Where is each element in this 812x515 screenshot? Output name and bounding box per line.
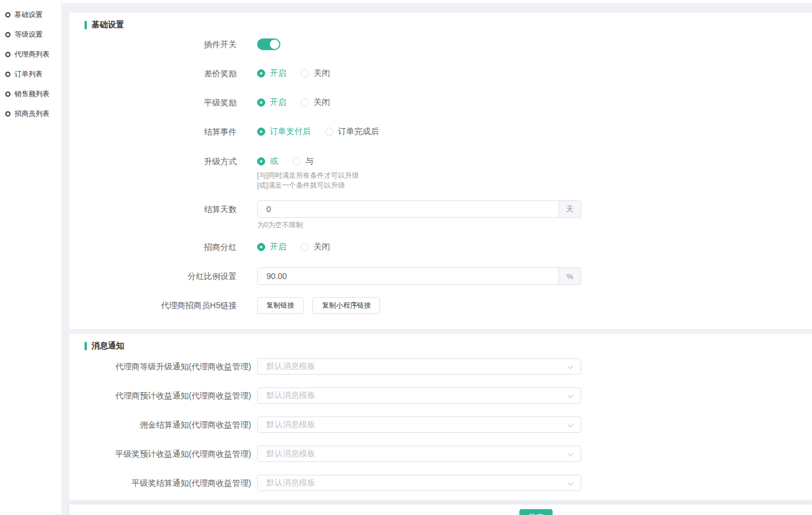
select-placeholder: 默认消息模板 [266,478,315,488]
circle-icon [5,32,10,37]
same-level-radio-group: 开启 关闭 [257,97,330,108]
price-diff-row: 差价奖励 开启 关闭 [69,68,812,79]
invest-dividend-off-radio[interactable]: 关闭 [301,242,330,252]
copy-link-button[interactable]: 复制链接 [257,297,304,314]
notify-section-title: 消息通知 [85,340,812,352]
sidebar-item-label: 代理商列表 [15,50,50,59]
footer-bar: 保存 [69,505,812,515]
notify-label: 代理商等级升级通知(代理商收益管理) [69,358,251,375]
sidebar-item-label: 基础设置 [15,10,43,20]
sidebar-item-basic-settings[interactable]: 基础设置 [0,5,61,24]
upgrade-mode-help-1: [与]同时满足所有条件才可以升级 [257,171,359,181]
same-level-off-radio[interactable]: 关闭 [301,97,330,108]
settle-days-label: 结算天数 [69,200,237,218]
invest-dividend-row: 招商分红 开启 关闭 [69,241,812,253]
select-placeholder: 默认消息模板 [266,449,315,459]
settle-days-unit: 天 [559,200,581,218]
settle-days-input-group: 天 [257,200,581,218]
notify-template-select[interactable]: 默认消息模板 [257,387,581,404]
radio-unchecked-icon [293,157,301,165]
same-level-row: 平级奖励 开启 关闭 [69,97,812,108]
settle-event-row: 结算事件 订单支付后 订单完成后 [69,126,812,137]
radio-checked-icon [257,157,265,165]
radio-unchecked-icon [301,69,309,77]
notify-row-level-upgrade: 代理商等级升级通知(代理商收益管理) 默认消息模板 [69,358,812,375]
select-placeholder: 默认消息模板 [266,419,315,430]
settle-days-control: 天 为0为空不限制 [257,200,581,230]
radio-checked-icon [257,69,265,77]
sidebar-item-promoter-list[interactable]: 招商员列表 [0,104,61,124]
notify-card: 消息通知 代理商等级升级通知(代理商收益管理) 默认消息模板 代理商预计收益通知… [69,334,812,500]
same-level-label: 平级奖励 [69,97,237,108]
notify-label: 代理商预计收益通知(代理商收益管理) [69,387,251,404]
main-content: 基础设置 插件开关 差价奖励 开启 [62,0,812,515]
notify-row-samelevel-expected: 平级奖预计收益通知(代理商收益管理) 默认消息模板 [69,446,812,462]
notify-row-expected-income: 代理商预计收益通知(代理商收益管理) 默认消息模板 [69,387,812,404]
save-button[interactable]: 保存 [519,509,553,515]
sidebar-item-sales-list[interactable]: 销售额列表 [0,84,61,104]
notify-label: 佣金结算通知(代理商收益管理) [69,417,251,433]
price-diff-label: 差价奖励 [69,68,237,79]
circle-icon [5,12,10,17]
notify-template-select[interactable]: 默认消息模板 [257,446,581,462]
dividend-ratio-label: 分红比例设置 [69,270,237,282]
circle-icon [5,91,10,97]
sidebar-item-agent-list[interactable]: 代理商列表 [0,44,61,64]
invest-dividend-on-radio[interactable]: 开启 [257,242,286,252]
upgrade-mode-help-2: [或]满足一个条件就可以升级 [257,181,359,191]
price-diff-radio-group: 开启 关闭 [257,68,330,79]
plugin-switch-toggle[interactable] [257,38,280,50]
same-level-on-radio[interactable]: 开启 [257,97,286,108]
notify-template-select[interactable]: 默认消息模板 [257,417,581,433]
notify-template-select[interactable]: 默认消息模板 [257,475,581,491]
dividend-ratio-row: 分红比例设置 % [69,267,812,285]
dividend-ratio-input-group: % [257,267,581,285]
price-diff-on-radio[interactable]: 开启 [257,68,286,79]
upgrade-mode-label: 升级方式 [69,156,237,167]
notify-label: 平级奖结算通知(代理商收益管理) [69,475,251,491]
section-title-text: 基础设置 [92,20,124,30]
settle-event-label: 结算事件 [69,126,237,137]
notify-form: 代理商等级升级通知(代理商收益管理) 默认消息模板 代理商预计收益通知(代理商收… [69,358,812,491]
dividend-ratio-input[interactable] [257,267,559,285]
settle-event-paid-radio[interactable]: 订单支付后 [257,126,311,137]
settle-days-help: 为0为空不限制 [257,220,581,230]
notify-row-commission-settle: 佣金结算通知(代理商收益管理) 默认消息模板 [69,417,812,433]
radio-checked-icon [257,128,265,136]
h5-link-row: 代理商招商员H5链接 复制链接 复制小程序链接 [69,297,812,314]
upgrade-mode-and-radio[interactable]: 与 [293,156,314,167]
radio-checked-icon [257,98,265,107]
copy-miniprogram-link-button[interactable]: 复制小程序链接 [312,297,380,314]
invest-dividend-label: 招商分红 [69,241,237,253]
radio-checked-icon [257,243,265,251]
sidebar-item-label: 等级设置 [15,30,43,40]
basic-form: 插件开关 差价奖励 开启 关闭 [69,38,812,314]
h5-link-buttons: 复制链接 复制小程序链接 [257,297,380,314]
chevron-down-icon [568,393,574,398]
chevron-down-icon [568,364,574,369]
section-title-text: 消息通知 [92,341,124,351]
sidebar-item-order-list[interactable]: 订单列表 [0,64,61,84]
notify-template-select[interactable]: 默认消息模板 [257,358,581,375]
select-placeholder: 默认消息模板 [266,390,315,401]
upgrade-mode-control: 或 与 [与]同时满足所有条件才可以升级 [或]满足一个条件就可以升级 [257,156,359,191]
plugin-switch-row: 插件开关 [69,38,812,50]
sidebar-item-label: 订单列表 [15,69,43,79]
upgrade-mode-or-radio[interactable]: 或 [257,156,278,167]
sidebar-item-label: 销售额列表 [15,89,50,99]
sidebar-item-level-settings[interactable]: 等级设置 [0,24,61,44]
dividend-ratio-unit: % [559,267,581,285]
sidebar-item-label: 招商员列表 [15,109,50,119]
select-placeholder: 默认消息模板 [266,361,315,372]
upgrade-mode-row: 升级方式 或 与 [与]同时满足所有条件才可以升级 [69,156,812,191]
radio-unchecked-icon [301,98,309,107]
basic-settings-card: 基础设置 插件开关 差价奖励 开启 [69,13,812,329]
chevron-down-icon [568,480,574,486]
top-strip [62,0,812,3]
basic-section-title: 基础设置 [85,19,812,31]
radio-unchecked-icon [325,128,333,136]
settle-event-done-radio[interactable]: 订单完成后 [325,126,379,137]
price-diff-off-radio[interactable]: 关闭 [301,68,330,79]
plugin-switch-label: 插件开关 [69,38,237,50]
settle-days-input[interactable] [257,200,559,218]
